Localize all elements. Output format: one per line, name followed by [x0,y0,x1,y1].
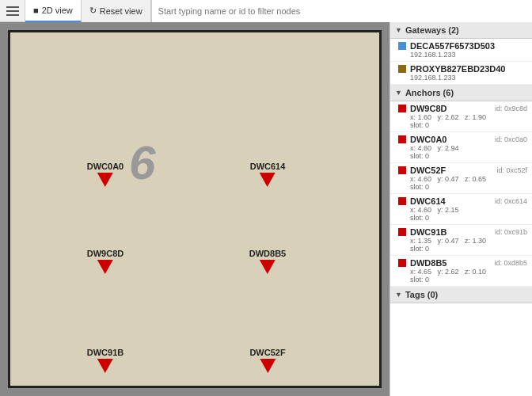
gateway-ip-1: 192.168.1.233 [398,74,527,82]
tags-collapse-icon: ▼ [395,291,402,299]
anchor-coords-4: x: 1.35 y: 0.47 z: 1.30 [398,237,527,245]
anchor-name-0: DW9C8D [410,104,446,113]
anchor-id-1: id: 0xc0a0 [495,135,527,143]
tags-section-header[interactable]: ▼ Tags (0) [390,287,532,303]
node-triangle-icon [260,260,276,274]
anchor-coords-1: x: 4.60 y: 2.94 [398,144,527,152]
gateway-item-0[interactable]: DECA557F6573D503 192.168.1.233 [390,39,532,62]
map-node-DWD8B5[interactable]: DWD8B5 [249,249,286,274]
anchor-item-3[interactable]: DWC614 id: 0xc614 x: 4.60 y: 2.15 slot: … [390,194,532,225]
gateway-name-0: DECA557F6573D503 [410,41,495,51]
anchor-slot-4: slot: 0 [398,245,527,253]
floor-plan: 6 DWC0A0 DWC614 DW9C8D DWD8B5 DWC91B [8,30,382,388]
anchors-section-header[interactable]: ▼ Anchors (6) [390,85,532,101]
anchor-name-4: DWC91B [410,227,446,237]
node-triangle-icon [260,173,276,187]
anchor-item-5[interactable]: DWD8B5 id: 0xd8b5 x: 4.65 y: 2.62 z: 0.1… [390,256,532,287]
anchor-coords-3: x: 4.60 y: 2.15 [398,206,527,214]
map-area[interactable]: 6 DWC0A0 DWC614 DW9C8D DWD8B5 DWC91B [0,22,390,396]
gateway-ip-0: 192.168.1.233 [398,51,527,59]
anchor-slot-1: slot: 0 [398,152,527,160]
anchor-color-4 [398,228,406,236]
node-label: DWD8B5 [249,249,286,258]
node-label: DWC91B [87,348,124,357]
gateway-color-0 [398,42,406,50]
sidebar: ▼ Gateways (2) DECA557F6573D503 192.168.… [390,22,532,396]
tab-2d-label: 2D view [42,6,73,15]
node-triangle-icon [97,359,113,373]
anchor-name-3: DWC614 [410,196,446,206]
anchor-slot-3: slot: 0 [398,214,527,222]
anchor-name-1: DWC0A0 [410,135,446,144]
map-node-DWC52F[interactable]: DWC52F [249,348,285,373]
gateway-item-1[interactable]: PROXYB827EBD23D40 192.168.1.233 [390,62,532,85]
node-label: DWC52F [249,348,285,357]
tags-section-title: Tags (0) [405,290,438,299]
anchor-item-4[interactable]: DWC91B id: 0xc91b x: 1.35 y: 0.47 z: 1.3… [390,225,532,256]
anchor-item-1[interactable]: DWC0A0 id: 0xc0a0 x: 4.60 y: 2.94 slot: … [390,132,532,163]
anchor-slot-0: slot: 0 [398,121,527,129]
gateway-color-1 [398,65,406,73]
anchor-coords-2: x: 4.60 y: 0.47 z: 0.65 [398,175,527,183]
search-input[interactable] [151,0,532,22]
reset-icon: ↻ [89,6,97,16]
gateways-section-title: Gateways (2) [405,25,459,35]
anchors-collapse-icon: ▼ [395,89,402,97]
anchor-color-0 [398,105,406,112]
node-label: DW9C8D [87,249,124,258]
anchor-id-5: id: 0xd8b5 [494,259,527,267]
anchor-coords-0: x: 1.60 y: 2.62 z: 1.90 [398,113,527,121]
main-content: 6 DWC0A0 DWC614 DW9C8D DWD8B5 DWC91B [0,22,532,396]
map-node-DWC614[interactable]: DWC614 [250,162,286,187]
map-node-DW9C8D[interactable]: DW9C8D [87,249,124,274]
map-icon: ■ [33,6,39,15]
anchors-section-title: Anchors (6) [405,88,454,97]
anchor-coords-5: x: 4.65 y: 2.62 z: 0.10 [398,268,527,276]
gateways-collapse-icon: ▼ [395,26,402,34]
anchor-name-2: DWC52F [410,166,446,175]
gateway-name-1: PROXYB827EBD23D40 [410,64,505,74]
map-node-DWC91B[interactable]: DWC91B [87,348,124,373]
map-node-DWC0A0[interactable]: DWC0A0 [87,162,124,187]
anchor-item-2[interactable]: DWC52F id: 0xc52f x: 4.60 y: 0.47 z: 0.6… [390,163,532,194]
menu-icon[interactable] [0,0,25,22]
anchor-id-3: id: 0xc614 [495,197,527,205]
anchor-id-4: id: 0xc91b [495,228,527,236]
anchor-color-5 [398,259,406,267]
anchor-id-0: id: 0x9c8d [495,105,527,112]
top-bar: ■ 2D view ↻ Reset view [0,0,532,22]
node-label: DWC0A0 [87,162,124,171]
anchor-color-3 [398,197,406,205]
anchor-color-2 [398,166,406,174]
gateways-section-header[interactable]: ▼ Gateways (2) [390,22,532,39]
anchor-id-2: id: 0xc52f [496,166,527,174]
anchor-slot-5: slot: 0 [398,276,527,284]
anchor-item-0[interactable]: DW9C8D id: 0x9c8d x: 1.60 y: 2.62 z: 1.9… [390,101,532,132]
anchor-name-5: DWD8B5 [410,258,446,268]
tab-reset-label: Reset view [100,6,142,16]
anchor-color-1 [398,135,406,143]
tab-reset[interactable]: ↻ Reset view [82,0,151,22]
floor-number: 6 [129,135,155,190]
node-triangle-icon [260,359,276,373]
node-triangle-icon [97,260,113,274]
node-label: DWC614 [250,162,286,171]
tab-2d[interactable]: ■ 2D view [25,0,82,22]
node-triangle-icon [97,173,113,187]
anchor-slot-2: slot: 0 [398,183,527,191]
